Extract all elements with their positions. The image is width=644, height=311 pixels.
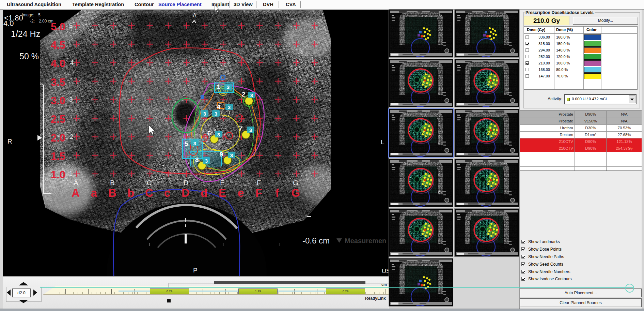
- svg-text:3: 3: [215, 111, 217, 117]
- svg-text:Measuremen: Measuremen: [345, 237, 386, 245]
- svg-text:1.0: 1.0: [51, 169, 65, 181]
- svg-text:c: c: [164, 187, 170, 199]
- svg-text:7: 7: [239, 125, 242, 132]
- svg-text:3: 3: [250, 92, 253, 98]
- svg-text:3.5: 3.5: [51, 76, 65, 88]
- svg-text:8: 8: [195, 156, 199, 163]
- svg-text:A: A: [193, 13, 197, 18]
- svg-text:3.0: 3.0: [51, 95, 65, 107]
- svg-text:F: F: [257, 179, 261, 187]
- svg-text:C: C: [145, 187, 153, 199]
- svg-text:B: B: [110, 179, 114, 187]
- svg-text:3: 3: [193, 140, 196, 146]
- svg-text:2.0: 2.0: [51, 132, 65, 144]
- svg-text:G: G: [293, 179, 298, 187]
- svg-text:2.5: 2.5: [51, 113, 65, 125]
- svg-text:9: 9: [220, 151, 223, 158]
- svg-text:3: 3: [203, 111, 206, 117]
- svg-text:-0.6 cm: -0.6 cm: [302, 236, 330, 245]
- svg-text:3: 3: [217, 132, 220, 137]
- svg-text:P: P: [193, 267, 198, 274]
- svg-text:3: 3: [230, 152, 233, 158]
- svg-text:B: B: [108, 187, 116, 199]
- svg-text:f: f: [276, 187, 280, 199]
- svg-text:3: 3: [227, 84, 230, 90]
- svg-text:3: 3: [228, 104, 231, 110]
- svg-text:a: a: [91, 187, 97, 199]
- svg-text:1.5: 1.5: [51, 150, 65, 162]
- svg-text:-2:: -2:: [30, 19, 35, 24]
- svg-text:Image:: Image:: [22, 13, 34, 17]
- svg-text:4: 4: [217, 103, 221, 110]
- svg-text:e: e: [238, 187, 244, 199]
- svg-text:6: 6: [207, 130, 211, 137]
- svg-text:A: A: [74, 179, 78, 187]
- svg-text:3: 3: [249, 127, 252, 133]
- svg-text:3: 3: [69, 96, 73, 103]
- svg-text:1: 1: [69, 170, 73, 177]
- svg-text:D: D: [182, 187, 190, 199]
- svg-text:D: D: [184, 179, 188, 187]
- svg-text:F: F: [255, 187, 262, 199]
- svg-text:R: R: [7, 138, 12, 145]
- svg-text:5: 5: [38, 13, 41, 17]
- svg-text:5: 5: [185, 140, 188, 147]
- svg-text:50 %: 50 %: [19, 51, 39, 61]
- svg-text:5: 5: [69, 23, 73, 29]
- svg-text:4: 4: [70, 59, 74, 66]
- svg-text:L: L: [381, 138, 384, 146]
- svg-text:US: US: [382, 268, 389, 275]
- svg-text:1/24 Hz: 1/24 Hz: [11, 29, 40, 39]
- svg-text:4.0: 4.0: [51, 58, 65, 70]
- svg-text:C: C: [147, 179, 152, 187]
- svg-text:1: 1: [217, 83, 221, 90]
- svg-text:4.5: 4.5: [51, 39, 65, 51]
- svg-text:d: d: [201, 187, 207, 199]
- svg-text:2.00 cm: 2.00 cm: [39, 19, 53, 24]
- svg-text:4.0: 4.0: [3, 19, 14, 28]
- svg-text:3: 3: [205, 158, 208, 164]
- svg-text:b: b: [127, 187, 134, 199]
- svg-text:E: E: [220, 179, 224, 187]
- svg-text:2: 2: [70, 133, 73, 140]
- svg-text:2: 2: [242, 91, 246, 98]
- svg-text:G: G: [291, 187, 300, 199]
- svg-text:A: A: [72, 187, 80, 199]
- svg-text:E: E: [219, 187, 226, 199]
